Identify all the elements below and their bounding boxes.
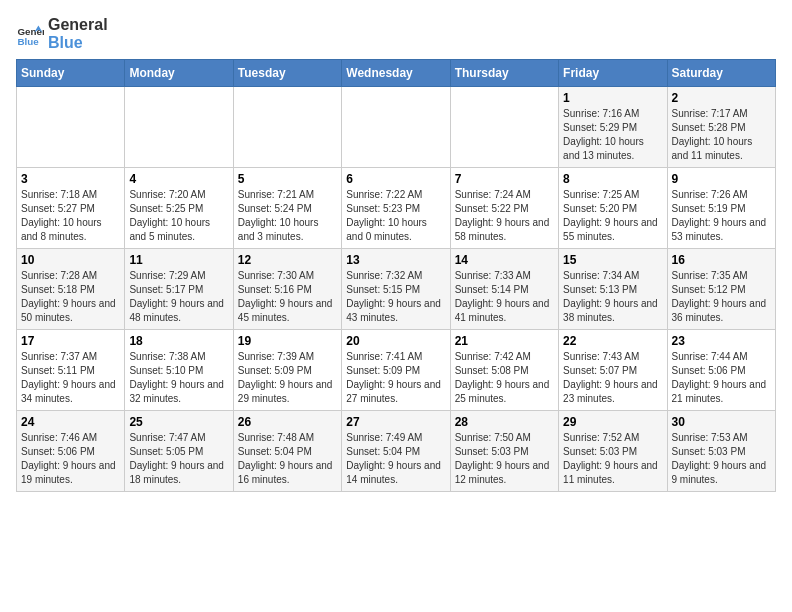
- day-info: Sunrise: 7:52 AM Sunset: 5:03 PM Dayligh…: [563, 431, 662, 487]
- day-info: Sunrise: 7:47 AM Sunset: 5:05 PM Dayligh…: [129, 431, 228, 487]
- day-number: 25: [129, 415, 228, 429]
- logo-general: General: [48, 16, 108, 34]
- day-number: 14: [455, 253, 554, 267]
- day-number: 27: [346, 415, 445, 429]
- day-number: 2: [672, 91, 771, 105]
- day-number: 26: [238, 415, 337, 429]
- calendar-cell: 13Sunrise: 7:32 AM Sunset: 5:15 PM Dayli…: [342, 249, 450, 330]
- day-number: 30: [672, 415, 771, 429]
- column-header-tuesday: Tuesday: [233, 60, 341, 87]
- day-number: 29: [563, 415, 662, 429]
- day-info: Sunrise: 7:34 AM Sunset: 5:13 PM Dayligh…: [563, 269, 662, 325]
- calendar-week-4: 17Sunrise: 7:37 AM Sunset: 5:11 PM Dayli…: [17, 330, 776, 411]
- day-number: 8: [563, 172, 662, 186]
- calendar-cell: 4Sunrise: 7:20 AM Sunset: 5:25 PM Daylig…: [125, 168, 233, 249]
- day-info: Sunrise: 7:37 AM Sunset: 5:11 PM Dayligh…: [21, 350, 120, 406]
- header: General Blue General Blue: [16, 16, 776, 51]
- day-number: 18: [129, 334, 228, 348]
- day-info: Sunrise: 7:41 AM Sunset: 5:09 PM Dayligh…: [346, 350, 445, 406]
- day-info: Sunrise: 7:18 AM Sunset: 5:27 PM Dayligh…: [21, 188, 120, 244]
- day-info: Sunrise: 7:38 AM Sunset: 5:10 PM Dayligh…: [129, 350, 228, 406]
- column-header-wednesday: Wednesday: [342, 60, 450, 87]
- day-info: Sunrise: 7:53 AM Sunset: 5:03 PM Dayligh…: [672, 431, 771, 487]
- day-info: Sunrise: 7:35 AM Sunset: 5:12 PM Dayligh…: [672, 269, 771, 325]
- calendar-header: SundayMondayTuesdayWednesdayThursdayFrid…: [17, 60, 776, 87]
- calendar-cell: 10Sunrise: 7:28 AM Sunset: 5:18 PM Dayli…: [17, 249, 125, 330]
- day-number: 12: [238, 253, 337, 267]
- calendar-cell: 28Sunrise: 7:50 AM Sunset: 5:03 PM Dayli…: [450, 411, 558, 492]
- day-number: 16: [672, 253, 771, 267]
- day-number: 19: [238, 334, 337, 348]
- calendar-cell: 21Sunrise: 7:42 AM Sunset: 5:08 PM Dayli…: [450, 330, 558, 411]
- day-number: 4: [129, 172, 228, 186]
- calendar-cell: 19Sunrise: 7:39 AM Sunset: 5:09 PM Dayli…: [233, 330, 341, 411]
- day-number: 1: [563, 91, 662, 105]
- day-info: Sunrise: 7:48 AM Sunset: 5:04 PM Dayligh…: [238, 431, 337, 487]
- day-info: Sunrise: 7:24 AM Sunset: 5:22 PM Dayligh…: [455, 188, 554, 244]
- day-info: Sunrise: 7:21 AM Sunset: 5:24 PM Dayligh…: [238, 188, 337, 244]
- calendar-cell: 8Sunrise: 7:25 AM Sunset: 5:20 PM Daylig…: [559, 168, 667, 249]
- svg-text:Blue: Blue: [17, 35, 39, 46]
- day-info: Sunrise: 7:26 AM Sunset: 5:19 PM Dayligh…: [672, 188, 771, 244]
- header-row: SundayMondayTuesdayWednesdayThursdayFrid…: [17, 60, 776, 87]
- calendar-cell: 15Sunrise: 7:34 AM Sunset: 5:13 PM Dayli…: [559, 249, 667, 330]
- day-number: 13: [346, 253, 445, 267]
- day-info: Sunrise: 7:17 AM Sunset: 5:28 PM Dayligh…: [672, 107, 771, 163]
- calendar-cell: [125, 87, 233, 168]
- day-info: Sunrise: 7:50 AM Sunset: 5:03 PM Dayligh…: [455, 431, 554, 487]
- calendar-cell: 18Sunrise: 7:38 AM Sunset: 5:10 PM Dayli…: [125, 330, 233, 411]
- calendar-cell: 2Sunrise: 7:17 AM Sunset: 5:28 PM Daylig…: [667, 87, 775, 168]
- calendar-cell: 17Sunrise: 7:37 AM Sunset: 5:11 PM Dayli…: [17, 330, 125, 411]
- calendar-cell: 24Sunrise: 7:46 AM Sunset: 5:06 PM Dayli…: [17, 411, 125, 492]
- column-header-monday: Monday: [125, 60, 233, 87]
- calendar-cell: 29Sunrise: 7:52 AM Sunset: 5:03 PM Dayli…: [559, 411, 667, 492]
- day-number: 23: [672, 334, 771, 348]
- calendar-week-2: 3Sunrise: 7:18 AM Sunset: 5:27 PM Daylig…: [17, 168, 776, 249]
- day-info: Sunrise: 7:20 AM Sunset: 5:25 PM Dayligh…: [129, 188, 228, 244]
- calendar-cell: 30Sunrise: 7:53 AM Sunset: 5:03 PM Dayli…: [667, 411, 775, 492]
- column-header-friday: Friday: [559, 60, 667, 87]
- day-number: 22: [563, 334, 662, 348]
- calendar-body: 1Sunrise: 7:16 AM Sunset: 5:29 PM Daylig…: [17, 87, 776, 492]
- day-number: 20: [346, 334, 445, 348]
- column-header-thursday: Thursday: [450, 60, 558, 87]
- calendar-cell: 26Sunrise: 7:48 AM Sunset: 5:04 PM Dayli…: [233, 411, 341, 492]
- day-info: Sunrise: 7:43 AM Sunset: 5:07 PM Dayligh…: [563, 350, 662, 406]
- day-info: Sunrise: 7:16 AM Sunset: 5:29 PM Dayligh…: [563, 107, 662, 163]
- calendar-cell: 20Sunrise: 7:41 AM Sunset: 5:09 PM Dayli…: [342, 330, 450, 411]
- logo-blue: Blue: [48, 34, 108, 52]
- calendar-cell: 16Sunrise: 7:35 AM Sunset: 5:12 PM Dayli…: [667, 249, 775, 330]
- calendar-cell: 11Sunrise: 7:29 AM Sunset: 5:17 PM Dayli…: [125, 249, 233, 330]
- column-header-sunday: Sunday: [17, 60, 125, 87]
- day-number: 7: [455, 172, 554, 186]
- day-info: Sunrise: 7:29 AM Sunset: 5:17 PM Dayligh…: [129, 269, 228, 325]
- calendar-cell: 7Sunrise: 7:24 AM Sunset: 5:22 PM Daylig…: [450, 168, 558, 249]
- calendar-cell: 6Sunrise: 7:22 AM Sunset: 5:23 PM Daylig…: [342, 168, 450, 249]
- day-info: Sunrise: 7:39 AM Sunset: 5:09 PM Dayligh…: [238, 350, 337, 406]
- day-info: Sunrise: 7:30 AM Sunset: 5:16 PM Dayligh…: [238, 269, 337, 325]
- calendar-week-1: 1Sunrise: 7:16 AM Sunset: 5:29 PM Daylig…: [17, 87, 776, 168]
- calendar-cell: [233, 87, 341, 168]
- calendar-cell: 25Sunrise: 7:47 AM Sunset: 5:05 PM Dayli…: [125, 411, 233, 492]
- day-info: Sunrise: 7:44 AM Sunset: 5:06 PM Dayligh…: [672, 350, 771, 406]
- day-number: 17: [21, 334, 120, 348]
- day-info: Sunrise: 7:46 AM Sunset: 5:06 PM Dayligh…: [21, 431, 120, 487]
- day-number: 3: [21, 172, 120, 186]
- day-number: 10: [21, 253, 120, 267]
- day-info: Sunrise: 7:25 AM Sunset: 5:20 PM Dayligh…: [563, 188, 662, 244]
- logo: General Blue General Blue: [16, 16, 108, 51]
- day-number: 15: [563, 253, 662, 267]
- day-number: 28: [455, 415, 554, 429]
- day-info: Sunrise: 7:22 AM Sunset: 5:23 PM Dayligh…: [346, 188, 445, 244]
- day-info: Sunrise: 7:49 AM Sunset: 5:04 PM Dayligh…: [346, 431, 445, 487]
- day-info: Sunrise: 7:32 AM Sunset: 5:15 PM Dayligh…: [346, 269, 445, 325]
- calendar-cell: 14Sunrise: 7:33 AM Sunset: 5:14 PM Dayli…: [450, 249, 558, 330]
- day-info: Sunrise: 7:28 AM Sunset: 5:18 PM Dayligh…: [21, 269, 120, 325]
- calendar-cell: 22Sunrise: 7:43 AM Sunset: 5:07 PM Dayli…: [559, 330, 667, 411]
- day-number: 6: [346, 172, 445, 186]
- calendar-cell: 1Sunrise: 7:16 AM Sunset: 5:29 PM Daylig…: [559, 87, 667, 168]
- day-number: 9: [672, 172, 771, 186]
- logo-icon: General Blue: [16, 20, 44, 48]
- calendar-cell: 23Sunrise: 7:44 AM Sunset: 5:06 PM Dayli…: [667, 330, 775, 411]
- calendar-cell: 12Sunrise: 7:30 AM Sunset: 5:16 PM Dayli…: [233, 249, 341, 330]
